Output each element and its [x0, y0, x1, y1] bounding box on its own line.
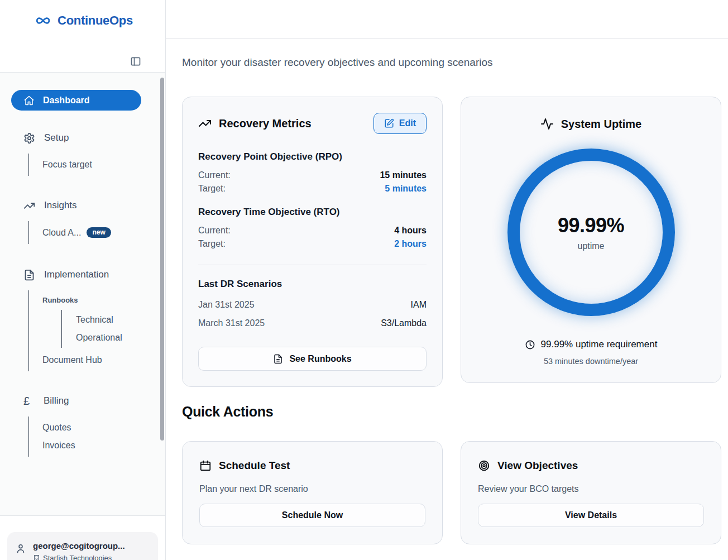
sidebar-item-quotes[interactable]: Quotes [42, 419, 165, 437]
user-email: george@cogitogroup... [33, 541, 125, 551]
system-uptime-card: System Uptime 99.99% uptime [461, 97, 721, 383]
user-info: george@cogitogroup... Starfish Technolog… [33, 541, 125, 560]
view-objectives-title: View Objectives [478, 460, 704, 472]
edit-pencil-icon [384, 118, 394, 128]
implementation-subnav: Runbooks Technical Operational Document … [28, 290, 165, 371]
scenario-date: Jan 31st 2025 [198, 299, 255, 311]
panel-left-icon [130, 56, 141, 67]
view-objectives-card: View Objectives Review your BCO targets … [461, 441, 721, 544]
brand-logo: ContinueOps [32, 13, 133, 28]
sidebar-item-operational[interactable]: Operational [76, 329, 165, 347]
sidebar-item-dashboard[interactable]: Dashboard [11, 90, 141, 111]
target-icon [478, 460, 490, 472]
scenario-row: Jan 31st 2025 IAM [198, 299, 427, 311]
schedule-test-description: Plan your next DR scenario [199, 483, 425, 495]
sidebar-item-label: Quotes [42, 423, 71, 433]
recovery-metrics-header: Recovery Metrics Edit [198, 113, 427, 134]
sidebar-footer: george@cogitogroup... Starfish Technolog… [0, 515, 165, 560]
infinity-logo-icon [32, 13, 54, 28]
gear-icon [23, 132, 35, 144]
sidebar-item-insights[interactable]: Insights [0, 198, 165, 213]
schedule-test-card: Schedule Test Plan your next DR scenario… [182, 441, 443, 544]
user-icon [15, 543, 26, 554]
sidebar-item-label: Focus target [42, 160, 92, 170]
rpo-current-label: Current: [198, 169, 231, 182]
main-body: Monitor your disaster recovery objective… [166, 39, 728, 544]
trending-up-icon [198, 117, 212, 130]
rto-current-label: Current: [198, 224, 231, 237]
content-area: Recovery Metrics Edit [182, 97, 721, 544]
card-title-label: System Uptime [561, 118, 642, 131]
sidebar-item-label: Insights [44, 200, 77, 211]
sidebar-item-technical[interactable]: Technical [76, 311, 165, 329]
rto-target-row: Target: 2 hours [198, 237, 427, 251]
schedule-test-title: Schedule Test [199, 460, 425, 472]
sidebar-item-label: Invoices [42, 441, 75, 451]
sidebar-item-implementation[interactable]: Implementation [0, 267, 165, 283]
sidebar-item-label: Billing [44, 395, 69, 406]
sidebar-item-billing[interactable]: £ Billing [0, 393, 165, 409]
rto-current-value: 4 hours [394, 224, 427, 237]
sidebar-scrollbar[interactable] [160, 78, 164, 441]
sidebar-item-label: Document Hub [42, 355, 102, 365]
schedule-now-button[interactable]: Schedule Now [199, 504, 425, 527]
scenario-row: March 31st 2025 S3/Lambda [198, 317, 427, 329]
sidebar-item-setup[interactable]: Setup [0, 130, 165, 146]
main-topbar [166, 0, 728, 39]
edit-metrics-button[interactable]: Edit [373, 113, 427, 134]
setup-subnav: Focus target [28, 154, 165, 176]
uptime-percentage: 99.99% [558, 214, 624, 237]
pound-sterling-icon: £ [23, 395, 35, 408]
top-cards-row: Recovery Metrics Edit [182, 97, 721, 387]
sidebar-item-document-hub[interactable]: Document Hub [42, 351, 165, 369]
view-details-button[interactable]: View Details [478, 504, 704, 527]
sidebar-collapse-button[interactable] [130, 55, 142, 68]
sidebar-item-invoices[interactable]: Invoices [42, 437, 165, 454]
user-organization: Starfish Technologies [33, 554, 125, 560]
rpo-target-label: Target: [198, 182, 226, 195]
uptime-ring: 99.99% uptime [507, 149, 675, 316]
uptime-requirement-label: 99.99% uptime requirement [541, 339, 658, 350]
rto-target-label: Target: [198, 237, 226, 251]
main-content: Monitor your disaster recovery objective… [166, 0, 728, 560]
system-uptime-title: System Uptime [540, 117, 642, 131]
card-title-label: Recovery Metrics [219, 117, 312, 130]
user-organization-label: Starfish Technologies [43, 554, 112, 560]
edit-button-label: Edit [399, 118, 416, 128]
scenario-date: March 31st 2025 [198, 317, 265, 329]
scenario-service: S3/Lambda [381, 317, 427, 329]
rpo-target-value: 5 minutes [385, 182, 427, 195]
sidebar-item-label: Cloud A... [42, 228, 81, 238]
downtime-per-year: 53 minutes downtime/year [544, 357, 638, 366]
scenario-service: IAM [411, 299, 427, 311]
sidebar-item-focus-target[interactable]: Focus target [42, 156, 165, 174]
sidebar-header: ContinueOps [0, 0, 165, 73]
clock-icon [525, 339, 535, 350]
rpo-current-row: Current: 15 minutes [198, 169, 427, 182]
see-runbooks-label: See Runbooks [289, 354, 351, 364]
uptime-unit-label: uptime [577, 241, 604, 251]
see-runbooks-button[interactable]: See Runbooks [198, 347, 427, 371]
sidebar-item-label: Technical [76, 315, 113, 325]
brand-name: ContinueOps [58, 13, 133, 28]
card-title-label: View Objectives [497, 460, 578, 472]
sidebar-nav: Dashboard Setup Focus target [0, 73, 165, 515]
card-title-label: Schedule Test [219, 460, 290, 472]
user-card[interactable]: george@cogitogroup... Starfish Technolog… [7, 532, 158, 560]
runbooks-subnav: Technical Operational [61, 310, 165, 348]
rto-target-value: 2 hours [394, 237, 427, 251]
sidebar-item-label: Dashboard [43, 95, 90, 106]
recovery-metrics-card: Recovery Metrics Edit [182, 97, 443, 387]
rpo-heading: Recovery Point Objective (RPO) [198, 151, 427, 162]
rpo-target-row: Target: 5 minutes [198, 182, 427, 195]
billing-subnav: Quotes Invoices [28, 417, 165, 457]
file-text-icon [23, 269, 35, 281]
quick-actions-row: Schedule Test Plan your next DR scenario… [182, 441, 721, 544]
sidebar: ContinueOps Dashboard [0, 0, 166, 560]
sidebar-item-cloud-analytics[interactable]: Cloud A... new [42, 223, 165, 242]
card-divider [198, 265, 427, 265]
rto-current-row: Current: 4 hours [198, 224, 427, 237]
page-subtitle: Monitor your disaster recovery objective… [182, 55, 728, 70]
sidebar-item-label: Implementation [44, 269, 109, 280]
runbooks-group-label: Runbooks [42, 293, 165, 307]
